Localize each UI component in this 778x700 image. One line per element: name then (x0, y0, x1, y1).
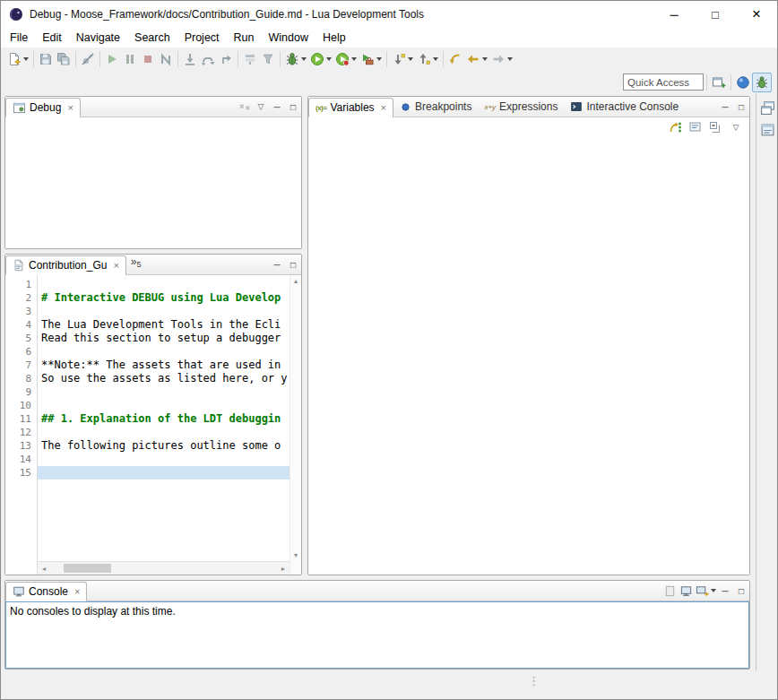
tab-contribution-guide[interactable]: Contribution_Gu × (5, 255, 126, 275)
editor-line[interactable] (38, 453, 290, 466)
tab-variables-close-icon[interactable]: × (381, 102, 386, 113)
editor-line[interactable] (38, 345, 290, 359)
next-annotation-button[interactable] (390, 49, 415, 69)
quick-access-input[interactable] (623, 73, 704, 91)
console-minimize-button[interactable]: ─ (717, 583, 733, 599)
next-annotation-dropdown-icon[interactable] (408, 57, 413, 61)
scroll-up-icon[interactable]: ▴ (294, 277, 298, 285)
show-type-names-button[interactable] (688, 120, 703, 134)
window-close-button[interactable]: × (736, 1, 777, 28)
debug-perspective-button[interactable] (752, 73, 772, 92)
line-number[interactable]: 4 (5, 318, 37, 332)
menu-run[interactable]: Run (227, 30, 262, 46)
line-number[interactable]: 5 (5, 332, 37, 345)
menu-help[interactable]: Help (316, 30, 353, 46)
editor-maximize-button[interactable]: □ (285, 256, 301, 272)
debug-dropdown-icon[interactable] (301, 57, 307, 61)
external-tools-button[interactable] (359, 49, 384, 69)
forward-button[interactable] (489, 49, 514, 69)
editor-line[interactable]: # Interactive DEBUG using Lua Develop (38, 291, 290, 305)
suspend-button[interactable] (121, 49, 139, 69)
show-logical-structure-button[interactable] (669, 120, 683, 134)
disconnect-button[interactable] (157, 49, 175, 69)
resume-button[interactable] (103, 49, 121, 69)
menu-search[interactable]: Search (127, 30, 177, 46)
lua-perspective-button[interactable] (734, 73, 752, 92)
tab-contribution-guide-close-icon[interactable]: × (113, 260, 118, 271)
debug-view-maximize-button[interactable]: □ (285, 99, 301, 115)
line-number[interactable]: 8 (5, 372, 37, 385)
line-number[interactable]: 3 (5, 305, 37, 318)
step-into-button[interactable] (181, 49, 199, 69)
hscroll-track[interactable] (50, 562, 277, 575)
line-number[interactable]: 6 (5, 345, 37, 359)
clear-console-button[interactable] (661, 583, 678, 599)
tab-expressions[interactable]: x+y Expressions (478, 97, 564, 117)
external-tools-dropdown-icon[interactable] (376, 57, 382, 61)
line-number[interactable]: 12 (5, 426, 37, 439)
editor-line[interactable]: The following pictures outline some o (38, 439, 290, 453)
tab-breakpoints[interactable]: Breakpoints (393, 97, 478, 117)
console-maximize-button[interactable]: □ (733, 583, 749, 599)
line-number[interactable]: 1 (5, 278, 37, 291)
minimized-view-button[interactable] (760, 123, 775, 138)
editor-code[interactable]: # Interactive DEBUG using Lua DevelopThe… (38, 275, 290, 561)
restore-minimized-view-button[interactable] (760, 100, 775, 116)
window-minimize-button[interactable]: ─ (653, 1, 695, 28)
open-perspective-button[interactable] (710, 73, 728, 92)
debug-view-minimize-button[interactable]: ─ (269, 99, 285, 115)
editor-line[interactable] (38, 278, 290, 291)
line-number[interactable]: 9 (5, 385, 37, 399)
editor-line[interactable]: So use the assets as listed here, or y (38, 372, 290, 385)
run-launch-button[interactable] (308, 49, 333, 69)
editor-line[interactable]: The Lua Development Tools in the Ecli (38, 318, 290, 332)
editor-line[interactable] (38, 399, 290, 412)
terminate-button[interactable] (139, 49, 157, 69)
menu-navigate[interactable]: Navigate (69, 30, 127, 46)
editor-line[interactable]: ## 1. Explanation of the LDT debuggin (38, 412, 290, 426)
menu-file[interactable]: File (3, 30, 35, 46)
new-dropdown-icon[interactable] (23, 57, 29, 61)
variables-panel-minimize-button[interactable]: ─ (717, 99, 733, 115)
scroll-right-icon[interactable]: ▸ (277, 565, 290, 573)
back-button[interactable] (464, 49, 489, 69)
tab-debug-close-icon[interactable]: × (67, 102, 73, 113)
skip-breakpoints-button[interactable] (79, 49, 97, 69)
open-console-dropdown-icon[interactable] (711, 589, 716, 592)
line-number[interactable]: 15 (5, 466, 37, 480)
back-dropdown-icon[interactable] (482, 57, 488, 61)
coverage-dropdown-icon[interactable] (351, 57, 357, 61)
line-number[interactable]: 10 (5, 399, 37, 412)
editor-line[interactable]: **Note:** The assets that are used in (38, 359, 290, 372)
editor-minimize-button[interactable]: ─ (269, 256, 285, 272)
menu-project[interactable]: Project (177, 30, 227, 46)
tab-debug[interactable]: Debug × (5, 98, 81, 117)
step-filters-button[interactable] (259, 49, 277, 69)
variables-panel-maximize-button[interactable]: □ (733, 99, 749, 115)
scroll-left-icon[interactable]: ◂ (38, 565, 50, 573)
tab-console-close-icon[interactable]: × (74, 586, 80, 597)
line-number[interactable]: 7 (5, 359, 37, 372)
editor-line[interactable] (38, 466, 290, 480)
last-edit-location-button[interactable] (446, 49, 464, 69)
scroll-down-icon[interactable]: ▾ (294, 551, 298, 559)
tab-interactive-console[interactable]: Interactive Console (564, 97, 685, 117)
drop-to-frame-button[interactable] (241, 49, 259, 69)
window-maximize-button[interactable]: □ (695, 1, 736, 28)
line-number[interactable]: 2 (5, 291, 37, 305)
tab-console[interactable]: Console × (5, 582, 87, 601)
menu-edit[interactable]: Edit (35, 30, 69, 46)
console-content[interactable]: No consoles to display at this time. (5, 601, 749, 669)
new-button[interactable] (5, 49, 30, 69)
run-dropdown-icon[interactable] (326, 57, 332, 61)
coverage-launch-button[interactable] (333, 49, 359, 69)
previous-annotation-button[interactable] (415, 49, 440, 69)
previous-annotation-dropdown-icon[interactable] (433, 57, 438, 61)
remove-all-terminated-button[interactable] (237, 99, 253, 115)
editor-vscrollbar[interactable]: ▴ ▾ (290, 275, 301, 575)
trim-grip-icon[interactable]: ⋮ (528, 674, 540, 687)
line-number[interactable]: 11 (5, 412, 37, 426)
hscroll-thumb[interactable] (64, 564, 111, 573)
line-number[interactable]: 14 (5, 453, 37, 466)
editor-line[interactable] (38, 305, 290, 318)
